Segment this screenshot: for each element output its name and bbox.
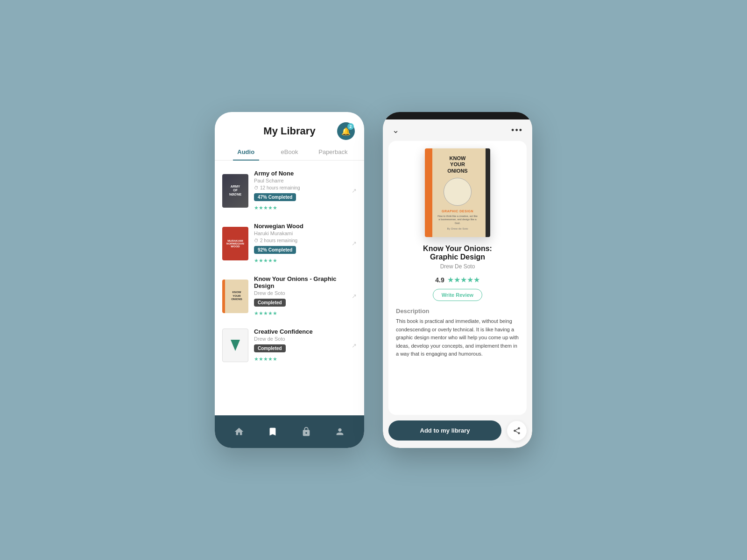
book-author: Paul Scharre <box>254 178 346 183</box>
tab-paperback[interactable]: Paperback <box>311 148 355 160</box>
book-title: Norwegian Wood <box>254 223 346 230</box>
right-phone: ⌄ ••• KNOW YOUR ONIONS GRAPHIC DESIGN Ho… <box>383 112 532 448</box>
detail-topbar: ⌄ ••• <box>383 119 532 141</box>
completed-badge: Completed <box>254 299 286 307</box>
list-item[interactable]: ARMYOFNØ∅NE Army of None Paul Scharre ⏱ … <box>215 164 364 217</box>
cover-text: ARMYOFNØ∅NE <box>229 185 241 196</box>
time-remaining: ⏱ 12 hours remaining <box>254 185 346 190</box>
list-item[interactable]: Creative Confidence Drew de Soto Complet… <box>215 322 364 368</box>
share-button[interactable] <box>507 421 527 441</box>
add-to-library-button[interactable]: Add to my library <box>388 420 501 441</box>
book-title: Creative Confidence <box>254 328 346 335</box>
book-info: Creative Confidence Drew de Soto Complet… <box>254 328 346 363</box>
book-info: Norwegian Wood Haruki Murakami ⏱ 2 hours… <box>254 223 346 264</box>
write-review-button[interactable]: Write Review <box>433 289 482 301</box>
left-phone-content: My Library 🔔 2 Audio eBook Paperback ARM… <box>215 112 364 415</box>
tab-audio[interactable]: Audio <box>224 148 268 160</box>
book-cover-norwegian-wood: MURAKAMINORWEGIANWOOD <box>222 227 248 260</box>
completed-badge: Completed <box>254 344 286 352</box>
external-link-icon[interactable]: ↗ <box>352 240 357 247</box>
book-info: Know Your Onions - Graphic Design Drew d… <box>254 275 346 317</box>
cover-inner: KNOW YOUR ONIONS GRAPHIC DESIGN How to t… <box>437 148 478 237</box>
book-list: ARMYOFNØ∅NE Army of None Paul Scharre ⏱ … <box>215 161 364 415</box>
header-area: My Library 🔔 2 <box>215 112 364 137</box>
star-rating: ★★★★★ <box>254 310 277 316</box>
big-book-cover: KNOW YOUR ONIONS GRAPHIC DESIGN How to t… <box>425 148 490 237</box>
right-phone-inner: ⌄ ••• KNOW YOUR ONIONS GRAPHIC DESIGN Ho… <box>383 119 532 448</box>
bottom-navigation <box>215 415 364 448</box>
rating-row: 4.9 ★★★★★ <box>396 275 519 284</box>
more-options-icon[interactable]: ••• <box>511 126 523 135</box>
book-title: Army of None <box>254 170 346 177</box>
star-rating: ★★★★★ <box>254 205 277 210</box>
book-author: Drew de Soto <box>254 290 346 296</box>
notification-button[interactable]: 🔔 2 <box>337 122 355 140</box>
book-detail-content: KNOW YOUR ONIONS GRAPHIC DESIGN How to t… <box>388 141 527 415</box>
cover-black-strip <box>486 148 490 237</box>
description-label: Description <box>396 308 519 315</box>
cover-text: MURAKAMINORWEGIANWOOD <box>226 238 245 249</box>
clock-icon: ⏱ <box>254 238 259 243</box>
cover-author-small: By Drew de Soto <box>447 227 468 230</box>
action-area: Add to my library <box>383 420 532 448</box>
time-remaining: ⏱ 2 hours remaining <box>254 238 346 243</box>
external-link-icon[interactable]: ↗ <box>352 187 357 194</box>
description-section: Description This book is practical and i… <box>396 308 519 358</box>
star-rating: ★★★★★ <box>254 258 277 263</box>
progress-badge: 92% Completed <box>254 246 296 254</box>
page-title: My Library <box>263 125 315 137</box>
external-link-icon[interactable]: ↗ <box>352 293 357 300</box>
cover-subtitle: GRAPHIC DESIGN <box>442 210 473 213</box>
clock-icon: ⏱ <box>254 185 259 190</box>
external-link-icon[interactable]: ↗ <box>352 342 357 349</box>
star-rating: ★★★★★ <box>254 356 277 362</box>
rating-number: 4.9 <box>435 276 444 284</box>
cover-desc: How to think like a creative, act like a… <box>437 215 478 225</box>
notification-badge: 2 <box>347 123 354 130</box>
tab-ebook[interactable]: eBook <box>268 148 311 160</box>
book-title: Know Your Onions - Graphic Design <box>254 275 346 289</box>
list-item[interactable]: KNOWYOURONIONS Know Your Onions - Graphi… <box>215 270 364 322</box>
rating-stars: ★★★★★ <box>447 275 480 284</box>
book-cover-army-of-none: ARMYOFNØ∅NE <box>222 174 248 208</box>
left-phone: My Library 🔔 2 Audio eBook Paperback ARM… <box>215 112 364 448</box>
nav-profile[interactable] <box>330 421 350 442</box>
book-info: Army of None Paul Scharre ⏱ 12 hours rem… <box>254 170 346 211</box>
nav-lock[interactable] <box>296 421 317 442</box>
cover-orange-strip <box>425 148 432 237</box>
cover-text: KNOWYOURONIONS <box>231 291 242 301</box>
cover-title: KNOW YOUR ONIONS <box>447 155 467 174</box>
book-cover-know-your-onions: KNOWYOURONIONS <box>222 280 248 313</box>
book-cover-creative-confidence <box>222 329 248 362</box>
creative-shape <box>231 340 240 351</box>
list-item[interactable]: MURAKAMINORWEGIANWOOD Norwegian Wood Har… <box>215 217 364 270</box>
tab-bar: Audio eBook Paperback <box>215 141 364 161</box>
description-text: This book is practical and immediate, wi… <box>396 317 519 358</box>
cover-art <box>228 336 242 355</box>
nav-bookmark[interactable] <box>262 421 283 442</box>
detail-author: Drew De Soto <box>396 263 519 270</box>
progress-badge: 47% Completed <box>254 193 296 201</box>
book-author: Drew de Soto <box>254 336 346 342</box>
nav-home[interactable] <box>229 421 249 442</box>
chevron-down-icon[interactable]: ⌄ <box>392 125 399 135</box>
cover-circle <box>444 178 472 206</box>
book-author: Haruki Murakami <box>254 231 346 236</box>
detail-title: Know Your Onions: Graphic Design <box>396 245 519 261</box>
